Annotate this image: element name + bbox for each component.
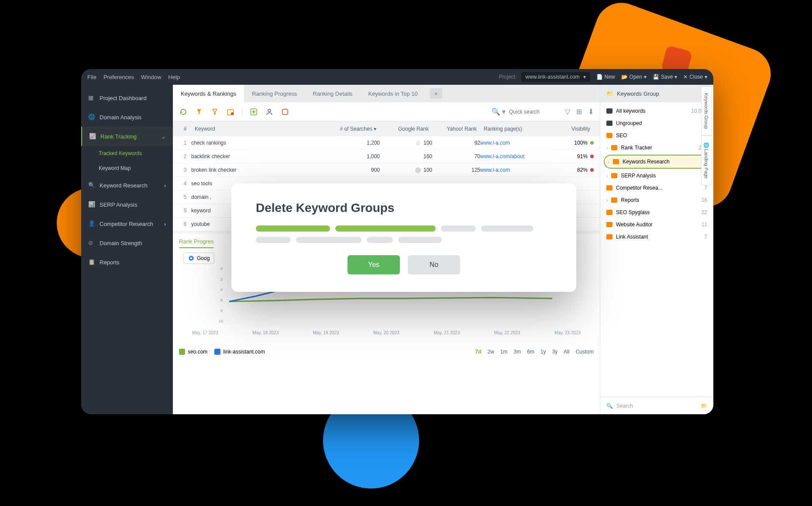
tab-add-button[interactable]: + (430, 88, 442, 99)
right-tab-landing-page[interactable]: 🌐 Landing Page (701, 135, 712, 185)
google-chip[interactable]: Goog (183, 253, 214, 264)
chart-title: Rank Progres (179, 238, 213, 248)
tab-ranking-details[interactable]: Ranking Details (305, 85, 361, 102)
tree-item[interactable]: SEO Spyglass22 (600, 206, 713, 218)
tab-keywords-rankings[interactable]: Keywords & Rankings (173, 85, 244, 102)
svg-text:8: 8 (220, 308, 223, 313)
range-3m[interactable]: 3m (514, 349, 521, 355)
user-icon[interactable] (265, 107, 274, 116)
export-icon[interactable]: ⬇ (588, 107, 594, 116)
close-button[interactable]: ✕ Close ▾ (681, 74, 707, 80)
range-2w[interactable]: 2w (488, 349, 494, 355)
right-tab-keywords-group[interactable]: Keywords Group (701, 87, 712, 135)
modal-no-button[interactable]: No (408, 255, 460, 274)
tree-item[interactable]: Website Auditor11 (600, 218, 713, 231)
legend-seo[interactable]: seo.com (179, 349, 207, 355)
funnel-colored-icon[interactable] (195, 107, 203, 116)
svg-point-6 (190, 257, 193, 260)
menu-window[interactable]: Window (141, 74, 161, 80)
menu-help[interactable]: Help (168, 74, 180, 80)
tree-item[interactable]: ›Keywords Research3 (604, 155, 710, 169)
tree-item[interactable]: SEO16 (600, 129, 713, 142)
right-search[interactable]: 🔍 Search📁 (600, 397, 713, 414)
modal-title: Delete Keyword Groups (256, 201, 552, 215)
screen-icon[interactable] (281, 107, 289, 116)
table-row[interactable]: 3broken link checker900100125www.l-a.com… (173, 163, 600, 177)
sidebar-item-competitor-research[interactable]: 👤Competitor Research› (81, 214, 173, 233)
tree-item[interactable]: All keywords10,000 (600, 105, 713, 117)
right-panel: 📁Keywords Group» All keywords10,000Ungro… (600, 85, 713, 414)
modal-yes-button[interactable]: Yes (348, 255, 400, 274)
sidebar-sub-keyword-map[interactable]: Keyword Map (81, 161, 173, 176)
th-visibility[interactable]: Visibility (550, 126, 594, 132)
tree-item[interactable]: ›Reports16 (600, 194, 713, 206)
table-row[interactable]: 2backlink checker1,00016070www.l-a.com/a… (173, 150, 600, 163)
sidebar: ▦Project Dashboard 🌐Domain Analysis 📈Ran… (81, 85, 173, 414)
search-icon[interactable]: 🔍 ▾ (492, 107, 506, 116)
tree-item[interactable]: ›Rank Tracker215 (600, 142, 713, 154)
filter-icon[interactable]: ▽ (565, 107, 570, 116)
table-header: # Keyword # of Searches ▾ Google Rank Ya… (173, 121, 600, 136)
range-custom[interactable]: Custom (576, 349, 594, 355)
svg-point-3 (268, 109, 271, 112)
tab-ranking-progress[interactable]: Ranking Progress (244, 85, 305, 102)
sidebar-item-rank-tracking[interactable]: 📈Rank Tracking⌄ (81, 127, 173, 146)
modal-placeholder-text (256, 225, 552, 243)
tabs: Keywords & Rankings Ranking Progress Ran… (173, 85, 600, 102)
svg-rect-4 (282, 109, 288, 114)
new-button[interactable]: 📄 New (595, 74, 615, 80)
svg-text:10: 10 (219, 319, 223, 323)
range-6m[interactable]: 6m (527, 349, 534, 355)
sidebar-item-reports[interactable]: 📋Reports (81, 253, 173, 272)
svg-text:2: 2 (220, 277, 223, 281)
th-number[interactable]: # (179, 126, 191, 132)
tree-item[interactable]: Ungrouped16 (600, 117, 713, 129)
menubar: File Preferences Window Help Project: ww… (81, 69, 713, 85)
toolbar: 🔍 ▾ ▽ ⊞ ⬇ (173, 102, 600, 121)
grid-icon[interactable]: ⊞ (576, 107, 582, 116)
range-3y[interactable]: 3y (552, 349, 558, 355)
range-7d[interactable]: 7d (475, 349, 482, 355)
range-all[interactable]: All (564, 349, 569, 355)
svg-text:6: 6 (220, 298, 223, 302)
th-google-rank[interactable]: Google Rank (380, 126, 432, 132)
funnel-outline-icon[interactable] (210, 107, 219, 116)
svg-point-1 (231, 112, 234, 115)
project-label: Project: (499, 74, 517, 80)
delete-modal: Delete Keyword Groups Yes No (231, 184, 576, 292)
table-row[interactable]: 1check rankings1,200♔10092www.l-a.com100… (173, 136, 600, 150)
tree-item[interactable]: Competitor Resea...7 (600, 182, 713, 194)
sidebar-item-domain-strength[interactable]: ⊘Domain Strength (81, 233, 173, 253)
sidebar-item-serp-analysis[interactable]: 📊SERP Analysis (81, 195, 173, 214)
tab-keywords-top10[interactable]: Keywords in Top 10 (361, 85, 426, 102)
refresh-icon[interactable] (179, 107, 188, 116)
svg-text:0: 0 (220, 267, 223, 271)
sidebar-item-dashboard[interactable]: ▦Project Dashboard (81, 88, 173, 107)
menu-preferences[interactable]: Preferences (103, 74, 134, 80)
tree-item[interactable]: Link Assistant7 (600, 231, 713, 243)
project-value: www.link-assistant.com (526, 74, 580, 80)
th-yahoo-rank[interactable]: Yahoo! Rank (432, 126, 480, 132)
calendar-icon[interactable] (226, 107, 235, 116)
range-1y[interactable]: 1y (540, 349, 546, 355)
th-pages[interactable]: Ranking page(s) (480, 126, 550, 132)
sidebar-sub-tracked-keywords[interactable]: Tracked Keywords (81, 146, 173, 161)
th-keyword[interactable]: Keyword (191, 126, 323, 132)
sidebar-item-keyword-research[interactable]: 🔍Keyword Research› (81, 176, 173, 195)
svg-text:4: 4 (220, 288, 223, 292)
save-button[interactable]: 💾 Save ▾ (651, 74, 677, 80)
tree-item[interactable]: ›SERP Analysis3 (600, 170, 713, 182)
right-panel-header: 📁Keywords Group» (600, 85, 713, 102)
sidebar-item-domain-analysis[interactable]: 🌐Domain Analysis (81, 107, 173, 127)
project-select[interactable]: www.link-assistant.com ▾ (521, 72, 590, 82)
add-icon[interactable] (249, 107, 258, 116)
search-input[interactable] (509, 109, 561, 115)
open-button[interactable]: 📂 Open ▾ (619, 74, 647, 80)
legend-link-assistant[interactable]: link-assistant.com (214, 349, 265, 355)
menu-file[interactable]: File (87, 74, 96, 80)
range-1m[interactable]: 1m (500, 349, 508, 355)
th-searches[interactable]: # of Searches ▾ (323, 126, 380, 132)
decor-shape (345, 458, 371, 484)
chevron-down-icon: ▾ (583, 74, 586, 80)
